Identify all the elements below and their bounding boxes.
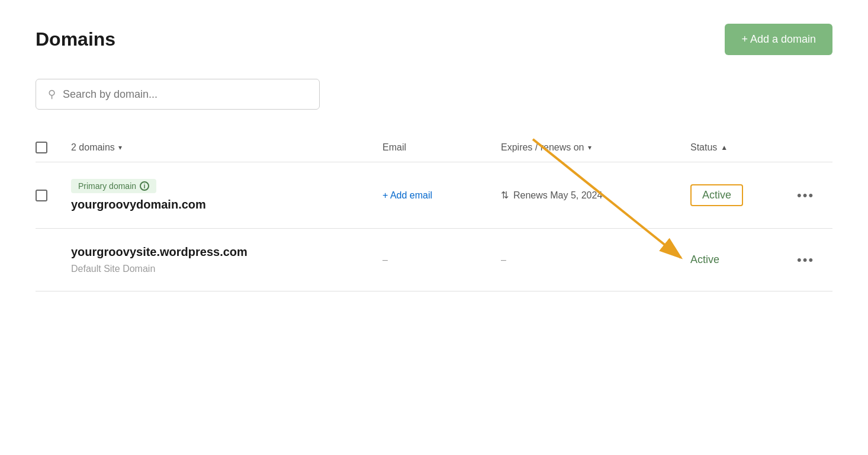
row1-checkbox-col (36, 190, 71, 201)
status-col-header[interactable]: Status ▲ (690, 142, 797, 153)
page-header: Domains + Add a domain (36, 24, 832, 55)
row2-domain-info: yourgroovysite.wordpress.com Default Sit… (71, 245, 382, 274)
row1-domain-name: yourgroovydomain.com (71, 198, 382, 212)
row2-email-col: – (382, 255, 501, 265)
renew-icon: ⇅ (501, 190, 509, 201)
expires-sort-icon: ▾ (588, 143, 591, 152)
row2-more-button[interactable]: ••• (797, 252, 814, 268)
search-input[interactable] (63, 88, 307, 101)
primary-domain-badge: Primary domain i (71, 179, 156, 193)
row1-more-button[interactable]: ••• (797, 188, 814, 203)
domain-sort-icon: ▾ (118, 143, 122, 152)
select-all-checkbox[interactable] (36, 142, 47, 153)
expires-col-header[interactable]: Expires / renews on ▾ (501, 142, 690, 153)
row1-checkbox[interactable] (36, 190, 47, 201)
row2-renews-col: – (501, 255, 690, 265)
table-row: yourgroovysite.wordpress.com Default Sit… (36, 229, 832, 291)
row2-domain-subtitle: Default Site Domain (71, 264, 382, 274)
search-icon: ⚲ (48, 88, 56, 101)
domain-col-header[interactable]: 2 domains ▾ (71, 142, 382, 153)
primary-badge-info-icon[interactable]: i (140, 181, 149, 191)
row2-status-badge: Active (690, 254, 719, 265)
row1-status-badge: Active (690, 184, 743, 206)
row2-more-col: ••• (797, 252, 832, 268)
row1-status-col: Active (690, 184, 797, 206)
page-title: Domains (36, 28, 115, 50)
table-row: Primary domain i yourgroovydomain.com + … (36, 162, 832, 229)
row1-renews-info: ⇅ Renews May 5, 2024 (501, 190, 690, 201)
search-bar: ⚲ (36, 79, 320, 110)
add-domain-button[interactable]: + Add a domain (725, 24, 832, 55)
row1-email-col: + Add email (382, 190, 501, 201)
status-sort-icon: ▲ (721, 143, 728, 152)
row1-domain-info: Primary domain i yourgroovydomain.com (71, 179, 382, 212)
table-wrapper: 2 domains ▾ Email Expires / renews on ▾ … (36, 133, 832, 291)
row2-status-col: Active (690, 254, 797, 266)
search-bar-container: ⚲ (36, 79, 832, 110)
row1-more-col: ••• (797, 188, 832, 203)
row1-add-email-link[interactable]: + Add email (382, 190, 432, 200)
table-header: 2 domains ▾ Email Expires / renews on ▾ … (36, 133, 832, 162)
select-all-col (36, 142, 71, 153)
email-col-header: Email (382, 142, 501, 153)
row2-domain-name: yourgroovysite.wordpress.com (71, 245, 382, 259)
